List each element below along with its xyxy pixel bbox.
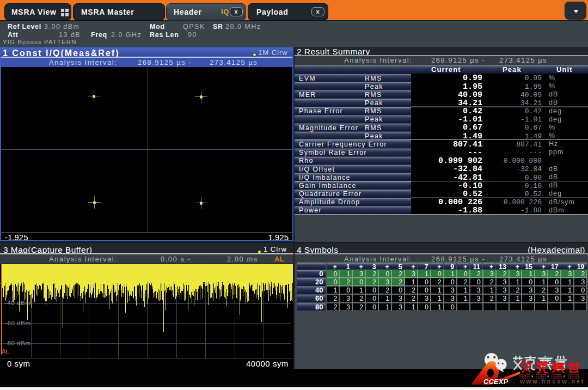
svg-text:CCEXP: CCEXP: [483, 378, 509, 386]
svg-text:www.hncsw.net: www.hncsw.net: [519, 378, 585, 385]
